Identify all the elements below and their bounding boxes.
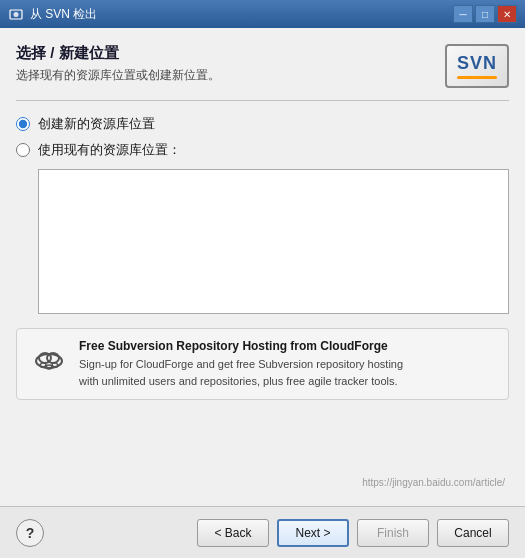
- close-button[interactable]: ✕: [497, 5, 517, 23]
- window-icon: [8, 6, 24, 22]
- page-subtitle: 选择现有的资源库位置或创建新位置。: [16, 67, 220, 84]
- radio-create-new[interactable]: 创建新的资源库位置: [16, 115, 509, 133]
- repository-listbox[interactable]: [38, 169, 509, 314]
- radio-group: 创建新的资源库位置 使用现有的资源库位置：: [16, 115, 509, 159]
- page-title: 选择 / 新建位置: [16, 44, 220, 63]
- svn-logo: SVN: [445, 44, 509, 88]
- radio-create-new-label: 创建新的资源库位置: [38, 115, 155, 133]
- header-divider: [16, 100, 509, 101]
- radio-use-existing[interactable]: 使用现有的资源库位置：: [16, 141, 509, 159]
- window-title: 从 SVN 检出: [30, 6, 453, 23]
- ad-banner: Free Subversion Repository Hosting from …: [16, 328, 509, 400]
- radio-use-existing-label: 使用现有的资源库位置：: [38, 141, 181, 159]
- svn-logo-text: SVN: [457, 53, 497, 74]
- back-button[interactable]: < Back: [197, 519, 269, 547]
- svg-point-1: [14, 12, 19, 17]
- window-controls: ─ □ ✕: [453, 5, 517, 23]
- cancel-button[interactable]: Cancel: [437, 519, 509, 547]
- header-text: 选择 / 新建位置 选择现有的资源库位置或创建新位置。: [16, 44, 220, 84]
- help-button[interactable]: ?: [16, 519, 44, 547]
- radio-use-existing-input[interactable]: [16, 143, 30, 157]
- header-section: 选择 / 新建位置 选择现有的资源库位置或创建新位置。 SVN: [16, 44, 509, 88]
- radio-create-new-input[interactable]: [16, 117, 30, 131]
- ad-desc: Sign-up for CloudForge and get free Subv…: [79, 356, 403, 389]
- ad-title: Free Subversion Repository Hosting from …: [79, 339, 403, 353]
- ad-text: Free Subversion Repository Hosting from …: [79, 339, 403, 389]
- title-bar: 从 SVN 检出 ─ □ ✕: [0, 0, 525, 28]
- maximize-button[interactable]: □: [475, 5, 495, 23]
- watermark: https://jingyan.baidu.com/article/: [16, 477, 509, 488]
- bottom-bar: ? < Back Next > Finish Cancel: [0, 506, 525, 558]
- spacer: [16, 414, 509, 477]
- svn-logo-bar: [457, 76, 497, 79]
- cloudforge-icon: [31, 339, 67, 375]
- next-button[interactable]: Next >: [277, 519, 349, 547]
- dialog-content: 选择 / 新建位置 选择现有的资源库位置或创建新位置。 SVN 创建新的资源库位…: [0, 28, 525, 506]
- finish-button[interactable]: Finish: [357, 519, 429, 547]
- minimize-button[interactable]: ─: [453, 5, 473, 23]
